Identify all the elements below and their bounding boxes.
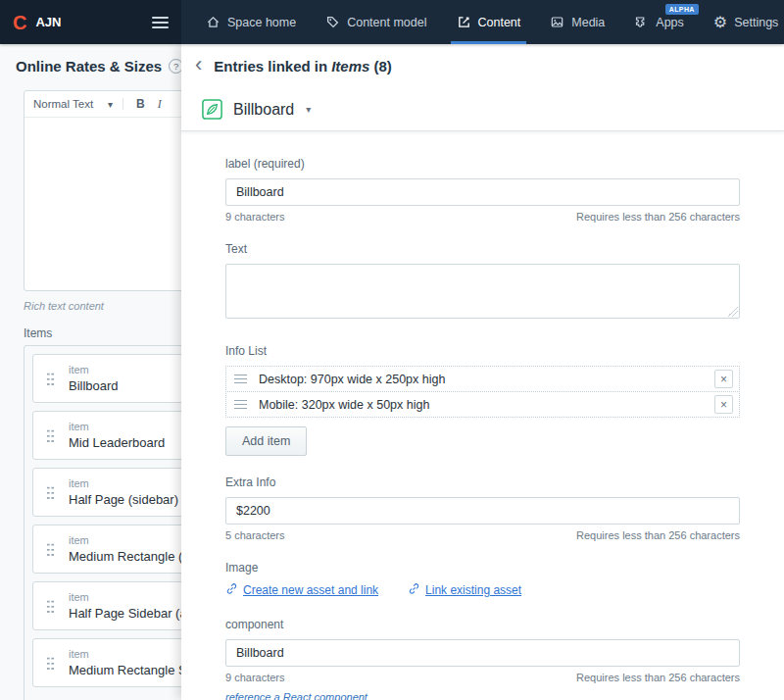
help-icon[interactable]: ?	[169, 59, 181, 74]
chevron-down-icon: ▾	[108, 99, 113, 110]
italic-button[interactable]: I	[158, 97, 162, 112]
info-list-row[interactable]: Desktop: 970px wide x 250px high ×	[225, 366, 740, 392]
field-label: label (required)	[225, 157, 740, 171]
component-input[interactable]	[225, 639, 740, 667]
nav-label: Media	[571, 16, 605, 29]
tag-icon	[325, 15, 340, 29]
nav-label: Settings	[734, 16, 778, 29]
label-input[interactable]	[225, 178, 740, 206]
nav-media[interactable]: Media	[535, 0, 619, 44]
drag-handle-icon[interactable]	[46, 485, 55, 500]
item-name: Half Page Sidebar (article)	[69, 606, 181, 621]
item-name: Billboard	[69, 378, 119, 393]
bold-button[interactable]: B	[136, 97, 145, 111]
text-style-dropdown[interactable]: Normal Text ▾	[33, 98, 123, 110]
nav-label: Space home	[227, 16, 296, 29]
entry-editor-panel: Online Rates & Sizes ? Normal Text ▾ B I…	[0, 44, 181, 700]
page-title: Online Rates & Sizes	[16, 58, 162, 75]
back-chevron-icon[interactable]: ‹	[195, 54, 210, 78]
hamburger-menu-icon[interactable]	[152, 17, 169, 28]
field-label: Text	[225, 242, 740, 256]
remove-item-button[interactable]: ×	[714, 370, 733, 388]
field-text: Text	[225, 242, 740, 319]
list-item[interactable]: item Half Page Sidebar (article)	[32, 581, 181, 630]
remove-item-button[interactable]: ×	[714, 395, 733, 414]
create-asset-link[interactable]: Create new asset and link	[225, 582, 378, 598]
item-type: item	[69, 421, 165, 432]
item-type: item	[69, 477, 178, 489]
item-type: item	[69, 364, 119, 375]
extra-info-input[interactable]	[225, 497, 740, 525]
list-item[interactable]: item Medium Rectangle (sidebar)	[32, 525, 181, 574]
rich-text-toolbar: Normal Text ▾ B I	[24, 91, 181, 118]
link-existing-asset-link[interactable]: Link existing asset	[408, 582, 521, 598]
list-item[interactable]: item Mid Leaderboard	[32, 411, 181, 460]
space-name: AJN	[35, 15, 61, 29]
text-style-value: Normal Text	[33, 98, 93, 110]
item-name: Medium Rectangle Sidebar	[69, 663, 181, 677]
items-list: item Billboard item Mid Leaderboard item…	[24, 345, 181, 700]
field-info-list: Info List Desktop: 970px wide x 250px hi…	[225, 344, 740, 456]
link-label: Link existing asset	[425, 583, 521, 597]
entry-form: label (required) 9 characters Requires l…	[181, 131, 784, 700]
drag-handle-icon[interactable]	[46, 542, 55, 557]
list-item[interactable]: item Medium Rectangle Sidebar	[32, 638, 181, 687]
slideover-title: Entries linked in Items (8)	[214, 58, 391, 75]
drag-handle-icon[interactable]	[46, 656, 55, 671]
linked-entry-slideover: ‹ Entries linked in Items (8) Billboard …	[181, 44, 784, 700]
info-list-item-text: Mobile: 320px wide x 50px high	[259, 398, 714, 412]
nav-settings[interactable]: ⚙ Settings ▾	[699, 0, 784, 44]
resize-handle-icon[interactable]	[728, 307, 738, 317]
slideover-header: ‹ Entries linked in Items (8)	[181, 44, 784, 88]
gear-icon: ⚙	[713, 15, 727, 30]
drag-handle-icon[interactable]	[46, 372, 55, 386]
chevron-down-icon[interactable]: ▾	[306, 104, 311, 115]
info-list-row[interactable]: Mobile: 320px wide x 50px high ×	[225, 391, 740, 418]
list-item[interactable]: item Half Page (sidebar)	[32, 468, 181, 517]
field-component: component 9 characters Requires less tha…	[225, 618, 740, 700]
title-field-name: Items	[331, 58, 369, 75]
title-prefix: Entries linked in	[214, 58, 327, 75]
char-count: 9 characters	[225, 672, 285, 683]
drag-handle-icon[interactable]	[46, 428, 55, 443]
entry-title[interactable]: Billboard	[233, 101, 294, 119]
puzzle-icon	[634, 15, 649, 29]
text-field-textarea[interactable]	[225, 264, 740, 319]
entry-fields: Normal Text ▾ B I Rich text content Item…	[0, 90, 181, 700]
rich-text-area[interactable]	[24, 118, 181, 290]
field-label: component	[225, 618, 740, 631]
validation-hint: Requires less than 256 characters	[576, 672, 740, 683]
field-extra-info: Extra Info 5 characters Requires less th…	[225, 475, 740, 541]
main-nav: Space home Content model Content Media A…	[181, 0, 784, 44]
item-type: item	[69, 648, 181, 660]
entry-header: Online Rates & Sizes ?	[0, 44, 181, 88]
nav-apps[interactable]: Apps ALPHA	[619, 0, 699, 44]
item-name: Medium Rectangle (sidebar)	[69, 549, 181, 564]
item-name: Mid Leaderboard	[69, 435, 165, 450]
entry-content-type-icon[interactable]	[201, 98, 223, 121]
field-help-text: reference a React component	[225, 691, 740, 700]
char-count: 5 characters	[225, 529, 285, 541]
drag-handle-icon[interactable]	[234, 400, 247, 410]
nav-content-model[interactable]: Content model	[311, 0, 441, 44]
field-label: Info List	[225, 344, 740, 358]
link-icon	[408, 582, 420, 598]
drag-handle-icon[interactable]	[46, 599, 55, 614]
item-type: item	[69, 591, 181, 603]
field-label-required: label (required) 9 characters Requires l…	[225, 157, 740, 223]
nav-content[interactable]: Content	[442, 0, 536, 44]
contentful-logo-icon[interactable]: C	[13, 13, 26, 32]
nav-label: Content	[478, 16, 521, 29]
list-item[interactable]: item Billboard	[32, 354, 181, 403]
linked-entry-header: Billboard ▾	[181, 88, 784, 131]
items-field-label: Items	[24, 326, 181, 340]
drag-handle-icon[interactable]	[234, 375, 247, 384]
media-icon	[550, 15, 564, 29]
item-type: item	[69, 534, 181, 546]
nav-space-home[interactable]: Space home	[191, 0, 311, 44]
add-item-button[interactable]: Add item	[225, 426, 307, 456]
rich-text-editor: Normal Text ▾ B I	[24, 90, 181, 291]
field-label: Extra Info	[225, 475, 740, 489]
info-list-item-text: Desktop: 970px wide x 250px high	[259, 373, 714, 386]
nav-label: Apps	[656, 16, 684, 29]
